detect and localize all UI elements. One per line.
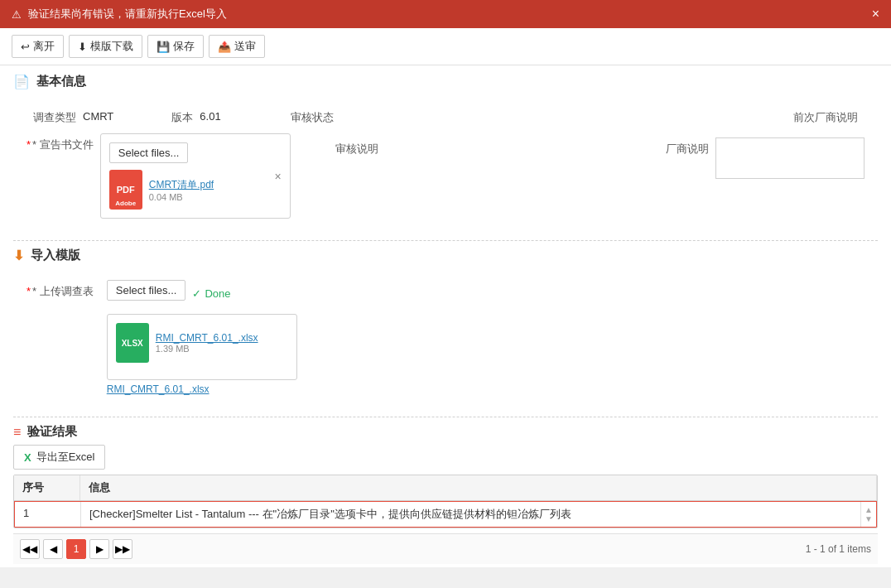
- basic-info-icon: 📄: [13, 74, 30, 89]
- template-download-button[interactable]: ⬇ 模版下载: [69, 35, 142, 58]
- export-icon: X: [24, 451, 31, 464]
- validation-title-text: 验证结果: [27, 424, 77, 440]
- page-current-button[interactable]: 1: [66, 539, 86, 559]
- survey-type-label: 调查类型: [26, 106, 76, 125]
- import-form: ** 上传调查表 Select files... ✓ Done XLSX: [13, 272, 878, 412]
- validation-table: 序号 信息 1 [Checker]Smelter List - Tantalum…: [13, 475, 878, 528]
- upload-row: ** 上传调查表 Select files... ✓ Done XLSX: [26, 280, 865, 395]
- download-icon: ⬇: [78, 41, 87, 53]
- main-container: ↩ 离开 ⬇ 模版下载 💾 保存 📤 送审 📄 基本信息 调查类型 CMR: [0, 28, 891, 567]
- version-value: 6.01: [200, 106, 220, 123]
- error-banner-left: ⚠ 验证结果尚有错误，请重新执行Excel导入: [12, 7, 227, 22]
- pdf-label: PDF: [117, 185, 135, 195]
- page-prev-button[interactable]: ◀: [43, 539, 63, 559]
- import-title-text: 导入模版: [31, 248, 80, 263]
- basic-info-form: 调查类型 CMRT 版本 6.01 审核状态 前次厂商说明: [13, 98, 878, 235]
- import-icon: ⬇: [13, 248, 24, 263]
- banner-close-button[interactable]: ×: [872, 7, 879, 22]
- page-next-button[interactable]: ▶: [89, 539, 109, 559]
- review-status-pair: 审核状态: [284, 106, 340, 125]
- cell-info-1: [Checker]Smelter List - Tantalum --- 在"冶…: [81, 502, 861, 527]
- submit-button[interactable]: 📤 送审: [209, 35, 265, 58]
- review-notes-pair: 审核说明: [329, 133, 385, 157]
- import-title: ⬇ 导入模版: [13, 248, 878, 263]
- pagination: ◀◀ ◀ 1 ▶ ▶▶ 1 - 1 of 1 items: [13, 533, 878, 564]
- done-badge: ✓ Done: [192, 287, 230, 300]
- xlsx-file-name[interactable]: RMI_CMRT_6.01_.xlsx: [156, 332, 258, 344]
- error-banner-message: 验证结果尚有错误，请重新执行Excel导入: [28, 7, 227, 22]
- scroll-indicator: ▲ ▼: [861, 502, 876, 527]
- leave-button[interactable]: ↩ 离开: [12, 35, 64, 58]
- page-last-button[interactable]: ▶▶: [113, 539, 132, 559]
- validation-section: ≡ 验证结果 X 导出至Excel 序号 信息 1 [Checker]Smelt…: [0, 417, 891, 567]
- toolbar: ↩ 离开 ⬇ 模版下载 💾 保存 📤 送审: [0, 28, 891, 65]
- submit-label: 送审: [234, 39, 256, 54]
- upload-label: ** 上传调查表: [26, 280, 94, 299]
- page-first-button[interactable]: ◀◀: [20, 539, 40, 559]
- xlsx-file-upload-box: XLSX RMI_CMRT_6.01_.xlsx 1.39 MB: [107, 314, 297, 380]
- pagination-controls: ◀◀ ◀ 1 ▶ ▶▶: [20, 539, 132, 559]
- error-banner: ⚠ 验证结果尚有错误，请重新执行Excel导入 ×: [0, 0, 891, 28]
- declaration-select-files-button[interactable]: Select files...: [109, 142, 189, 163]
- header-seq: 序号: [14, 475, 80, 500]
- done-label: Done: [205, 287, 230, 300]
- declaration-row: ** 宣告书文件 Select files... PDF CMRT清单.pdf …: [26, 133, 865, 219]
- prev-vendor-label: 前次厂商说明: [792, 106, 858, 125]
- check-icon: ✓: [192, 287, 201, 300]
- version-label: 版本: [143, 106, 193, 125]
- scroll-down-icon: ▼: [865, 514, 873, 523]
- pagination-summary: 1 - 1 of 1 items: [806, 543, 871, 555]
- export-excel-button[interactable]: X 导出至Excel: [13, 445, 105, 470]
- xlsx-icon: XLSX: [116, 323, 149, 363]
- upload-area: Select files... ✓ Done XLSX RMI_CM: [107, 280, 297, 395]
- xlsx-file-link[interactable]: RMI_CMRT_6.01_.xlsx: [107, 383, 297, 395]
- review-notes-label: 审核说明: [329, 137, 378, 157]
- basic-info-title: 📄 基本信息: [13, 74, 878, 89]
- survey-type-pair: 调查类型 CMRT: [26, 106, 113, 125]
- save-label: 保存: [173, 39, 195, 54]
- review-status-label: 审核状态: [284, 106, 334, 125]
- save-icon: 💾: [157, 41, 170, 53]
- template-download-label: 模版下载: [90, 39, 133, 54]
- import-section: ⬇ 导入模版 ** 上传调查表 Select files... ✓ Done: [0, 241, 891, 417]
- pdf-file-item: PDF CMRT清单.pdf 0.04 MB ×: [109, 170, 282, 210]
- xlsx-select-files-button[interactable]: Select files...: [107, 280, 186, 301]
- table-row: 1 [Checker]Smelter List - Tantalum --- 在…: [14, 501, 877, 528]
- validation-icon: ≡: [13, 425, 21, 440]
- prev-vendor-pair: 前次厂商说明: [792, 106, 865, 125]
- leave-label: 离开: [33, 39, 55, 54]
- survey-type-value: CMRT: [83, 106, 113, 123]
- submit-icon: 📤: [218, 41, 231, 53]
- pdf-icon: PDF: [109, 170, 142, 210]
- version-pair: 版本 6.01: [143, 106, 220, 125]
- pdf-file-name[interactable]: CMRT清单.pdf: [149, 178, 214, 192]
- header-info: 信息: [80, 475, 877, 500]
- xlsx-file-item: XLSX RMI_CMRT_6.01_.xlsx 1.39 MB: [116, 323, 288, 363]
- declaration-pair: ** 宣告书文件 Select files... PDF CMRT清单.pdf …: [26, 133, 291, 219]
- declaration-file-upload-box: Select files... PDF CMRT清单.pdf 0.04 MB ×: [100, 133, 291, 219]
- export-label: 导出至Excel: [36, 450, 95, 465]
- leave-icon: ↩: [21, 41, 30, 53]
- xlsx-label: XLSX: [122, 339, 143, 348]
- vendor-textarea[interactable]: [715, 137, 865, 179]
- save-button[interactable]: 💾 保存: [147, 35, 204, 58]
- pdf-file-close-button[interactable]: ×: [275, 170, 282, 183]
- xlsx-file-size: 1.39 MB: [156, 344, 258, 354]
- survey-type-row: 调查类型 CMRT 版本 6.01 审核状态 前次厂商说明: [26, 106, 865, 125]
- basic-info-title-text: 基本信息: [36, 74, 86, 89]
- pdf-file-info: CMRT清单.pdf 0.04 MB: [149, 178, 214, 202]
- basic-info-section: 📄 基本信息 调查类型 CMRT 版本 6.01 审核状态: [0, 65, 891, 240]
- cell-seq-1: 1: [15, 502, 81, 527]
- xlsx-file-info: RMI_CMRT_6.01_.xlsx 1.39 MB: [156, 332, 258, 354]
- warning-icon: ⚠: [12, 8, 22, 21]
- vendor-label: 厂商说明: [659, 137, 709, 157]
- pdf-file-size: 0.04 MB: [149, 192, 214, 202]
- declaration-label: ** 宣告书文件: [26, 133, 94, 152]
- vendor-notes-pair: 厂商说明: [659, 133, 865, 179]
- upload-controls-row: Select files... ✓ Done: [107, 280, 297, 307]
- scroll-up-icon: ▲: [865, 505, 873, 514]
- validation-title: ≡ 验证结果: [13, 424, 878, 440]
- table-header: 序号 信息: [14, 475, 877, 501]
